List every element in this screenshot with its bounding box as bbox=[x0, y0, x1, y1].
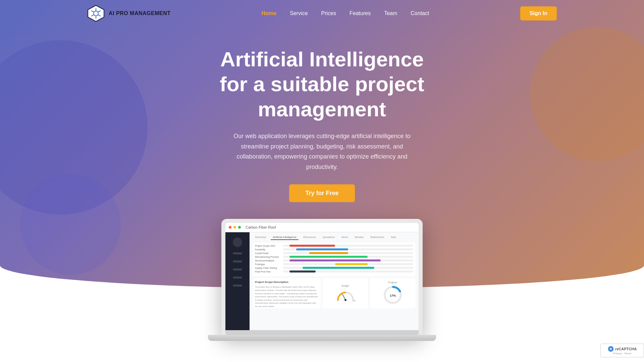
app-main-area: Overview Artificial Intelligence Resourc… bbox=[250, 232, 419, 330]
laptop-mockup: Carbon Fiber Roof bbox=[0, 219, 644, 341]
budget-gauge: 0 100 bbox=[335, 288, 356, 302]
recaptcha-badge: reCAPTCHA Privacy - Terms bbox=[600, 344, 644, 357]
tab-resources: Resources bbox=[301, 235, 318, 240]
hero-subtitle: Our web application leverages cutting-ed… bbox=[225, 131, 419, 172]
tab-ai: Artificial Intelligence bbox=[271, 235, 299, 240]
nav-features[interactable]: Features bbox=[350, 10, 371, 16]
gantt-row: Prototype bbox=[255, 263, 413, 265]
app-sidebar bbox=[225, 232, 250, 330]
svg-marker-0 bbox=[88, 5, 104, 21]
budget-panel: Budget 0 100 bbox=[323, 278, 368, 308]
tab-risk: Risk bbox=[389, 235, 398, 240]
svg-point-9 bbox=[344, 299, 346, 301]
sidebar-avatar bbox=[233, 238, 242, 247]
svg-text:100: 100 bbox=[353, 300, 356, 302]
gantt-row: Manufacturing Process bbox=[255, 256, 413, 258]
nav-prices[interactable]: Prices bbox=[321, 10, 336, 16]
budget-title: Budget bbox=[342, 285, 349, 287]
app-bottom-panels: Project Scope Description The project ai… bbox=[253, 278, 415, 308]
signin-button[interactable]: Sign In bbox=[520, 6, 557, 20]
progress-ring: 17% bbox=[383, 285, 403, 305]
laptop-hinge bbox=[225, 330, 419, 335]
sidebar-item bbox=[233, 277, 242, 279]
gantt-row: Structural Analysis bbox=[255, 259, 413, 262]
app-topbar: Carbon Fiber Roof bbox=[225, 223, 419, 232]
gantt-row: Project Scope 2021 bbox=[255, 245, 413, 247]
tab-items: Items bbox=[339, 235, 350, 240]
gantt-chart: Project Scope 2021 Feasibility Crystal R… bbox=[253, 243, 415, 276]
svg-text:17%: 17% bbox=[390, 294, 396, 297]
nav-links: Home Service Prices Features Team Contac… bbox=[262, 10, 429, 16]
laptop-outer: Carbon Fiber Roof bbox=[221, 219, 423, 335]
gantt-row: Final Prod Test bbox=[255, 270, 413, 273]
tab-monitor: Monitor bbox=[353, 235, 366, 240]
nav-home[interactable]: Home bbox=[262, 10, 276, 16]
tab-references: References bbox=[369, 235, 386, 240]
recaptcha-icon bbox=[608, 346, 614, 352]
description-text: The project aims to develop a lightweigh… bbox=[255, 286, 319, 308]
app-tabs: Overview Artificial Intelligence Resourc… bbox=[253, 235, 415, 240]
logo-text: AI PRO MANAGEMENT bbox=[109, 10, 171, 16]
gantt-row: Crystal Road bbox=[255, 252, 413, 254]
tab-overview: Overview bbox=[253, 235, 268, 240]
sidebar-item bbox=[233, 252, 242, 254]
try-free-button[interactable]: Try for Free bbox=[289, 184, 355, 202]
app-window-title: Carbon Fiber Roof bbox=[246, 225, 276, 229]
minimize-dot bbox=[233, 226, 236, 229]
nav-service[interactable]: Service bbox=[290, 10, 308, 16]
tab-questions: Questions bbox=[321, 235, 337, 240]
app-body: Overview Artificial Intelligence Resourc… bbox=[225, 232, 419, 330]
sidebar-item bbox=[233, 268, 242, 270]
hero-title: Artificial Intelligence for a suitable p… bbox=[205, 47, 439, 122]
progress-title: Progress bbox=[388, 281, 397, 284]
nav-team[interactable]: Team bbox=[384, 10, 397, 16]
svg-text:0: 0 bbox=[337, 300, 338, 302]
navbar: AI PRO MANAGEMENT Home Service Prices Fe… bbox=[0, 0, 644, 27]
close-dot bbox=[229, 226, 231, 229]
description-title: Project Scope Description bbox=[255, 280, 319, 285]
sidebar-item bbox=[233, 260, 242, 262]
gantt-row: Feasibility bbox=[255, 248, 413, 251]
laptop-base bbox=[208, 335, 436, 341]
gantt-row: Supply Chain Testing bbox=[255, 267, 413, 269]
sidebar-item bbox=[233, 285, 242, 287]
progress-ring-wrapper: 17% bbox=[383, 285, 403, 305]
progress-panel: Progress 17% bbox=[370, 278, 415, 308]
laptop-screen: Carbon Fiber Roof bbox=[225, 223, 419, 330]
nav-contact[interactable]: Contact bbox=[411, 10, 429, 16]
hero-content: Artificial Intelligence for a suitable p… bbox=[0, 27, 644, 202]
fullscreen-dot bbox=[238, 226, 241, 229]
logo-link[interactable]: AI PRO MANAGEMENT bbox=[87, 5, 171, 22]
project-description-panel: Project Scope Description The project ai… bbox=[253, 278, 321, 308]
logo-icon bbox=[87, 5, 105, 22]
